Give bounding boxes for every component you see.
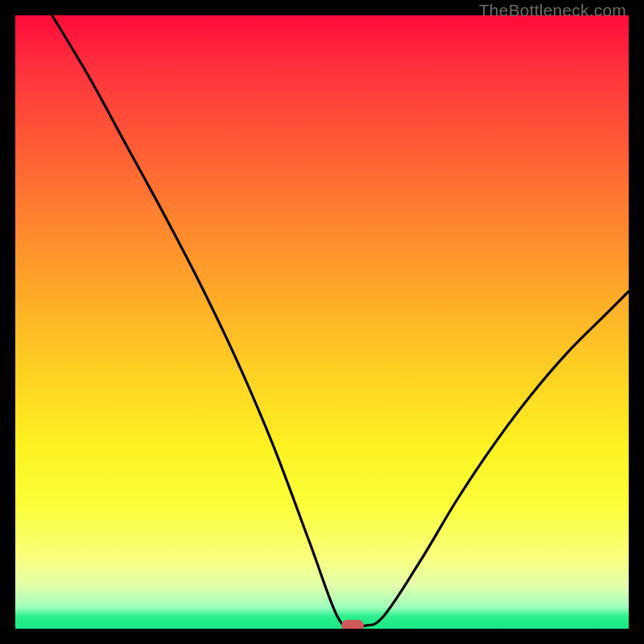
optimal-point-marker <box>341 620 364 629</box>
curve-path <box>52 15 629 627</box>
plot-area <box>15 15 629 629</box>
chart-frame: TheBottleneck.com <box>0 0 644 644</box>
bottleneck-curve <box>15 15 629 629</box>
watermark-text: TheBottleneck.com <box>479 1 626 20</box>
